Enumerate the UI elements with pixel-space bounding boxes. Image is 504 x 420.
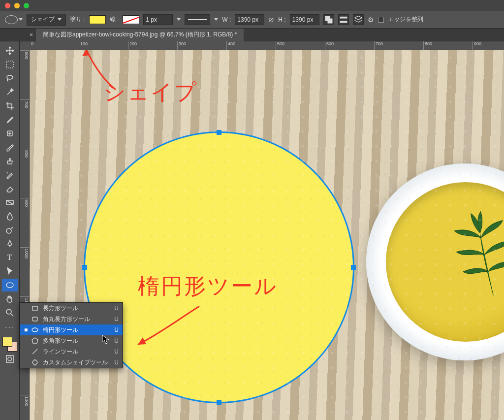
tool-mode-label: シェイプ [31,15,55,24]
path-arrangement-button[interactable] [353,14,364,25]
drawn-ellipse-shape[interactable] [84,131,354,403]
transform-handle-e[interactable] [351,265,356,270]
shape-icon [31,305,39,312]
gear-icon[interactable]: ⚙ [368,16,374,24]
zoom-tool[interactable] [2,306,18,319]
dodge-tool[interactable] [2,224,18,236]
stroke-width-field[interactable]: 1 px [143,14,173,25]
stroke-label: 線 : [110,15,119,24]
transform-handle-s[interactable] [217,400,221,405]
document-tab-bar: × 簡単な図形appetizer-bowl-cooking-5794.jpg @… [0,29,504,41]
tool-preset-picker[interactable] [5,15,23,24]
ruler-tick: 700 [20,99,29,149]
transform-handle-w[interactable] [82,265,87,270]
submenu-shortcut: U [114,359,119,366]
zoom-window-button[interactable] [24,3,29,8]
minimize-window-button[interactable] [14,3,20,8]
align-edges-checkbox[interactable] [378,17,384,23]
ruler-tick: 1000 [20,247,29,296]
clone-stamp-tool[interactable] [2,155,18,167]
foreground-color-swatch[interactable] [2,337,12,347]
history-brush-tool[interactable] [2,168,18,181]
eraser-tool[interactable] [2,182,18,195]
chevron-down-icon [58,18,62,21]
submenu-item-label: カスタムシェイプツール [43,358,110,367]
w-label: W : [222,16,231,23]
fill-label: 塗り : [70,15,85,24]
annotation-ellipse-tool-label: 楕円形ツール [138,272,278,301]
submenu-item[interactable]: 長方形ツールU [20,303,123,314]
tool-mode-select[interactable]: シェイプ [27,14,66,26]
stroke-style-select[interactable] [185,14,210,25]
eyedropper-tool[interactable] [2,113,18,126]
path-alignment-button[interactable] [338,14,349,25]
move-tool[interactable] [2,44,18,57]
ellipse-shape-tool[interactable] [2,279,18,291]
submenu-item[interactable]: カスタムシェイプツールU [20,357,123,368]
healing-brush-tool[interactable] [2,127,18,140]
svg-line-19 [32,349,37,354]
submenu-shortcut: U [114,337,119,344]
link-icon[interactable]: ⊘ [268,16,274,24]
fill-swatch[interactable] [89,15,106,24]
shape-icon [31,316,39,323]
svg-point-10 [6,309,11,314]
blur-tool[interactable] [2,210,18,223]
transform-handle-n[interactable] [217,130,221,135]
document-tab[interactable]: 簡単な図形appetizer-bowl-cooking-5794.jpg @ 6… [36,29,244,41]
close-tab-button[interactable]: × [0,32,36,38]
pen-tool[interactable] [2,237,18,250]
document-title: 簡単な図形appetizer-bowl-cooking-5794.jpg @ 6… [43,31,237,39]
brush-tool[interactable] [2,141,18,154]
svg-marker-18 [32,338,38,343]
submenu-item[interactable]: 角丸長方形ツールU [20,314,123,324]
stroke-swatch[interactable] [123,15,139,24]
ruler-tick: 400 [226,41,276,50]
svg-point-12 [8,357,12,361]
svg-rect-2 [340,16,347,18]
chevron-down-icon[interactable] [177,18,181,21]
color-swatches[interactable] [2,337,17,352]
submenu-item[interactable]: ラインツールU [20,346,123,357]
annotation-shape-label: シェイプ [103,78,198,107]
chevron-down-icon[interactable] [214,18,218,21]
horizontal-ruler[interactable]: 0100200300400500600700800900100011001200… [30,41,504,50]
svg-point-8 [6,228,11,233]
gradient-tool[interactable] [2,196,18,209]
lasso-tool[interactable] [2,72,18,85]
h-label: H : [278,16,285,23]
chevron-down-icon [19,18,23,21]
svg-point-9 [6,283,13,288]
svg-rect-4 [6,61,13,68]
submenu-item-label: 角丸長方形ツール [43,315,110,323]
type-tool[interactable]: T [2,251,18,264]
height-field[interactable]: 1390 px [290,14,319,25]
ruler-tick: 100 [79,41,128,50]
quick-mask-button[interactable] [2,353,18,365]
edit-toolbar-button[interactable]: ··· [2,320,18,333]
marquee-tool[interactable] [2,58,18,71]
active-marker: ■ [24,326,27,333]
svg-rect-16 [32,317,37,321]
ruler-origin[interactable] [20,41,30,50]
annotation-arrow-2 [126,296,214,357]
path-operations-button[interactable] [323,14,334,25]
shape-tool-submenu: 長方形ツールU角丸長方形ツールU■楕円形ツールU多角形ツールUラインツールUカス… [20,302,123,368]
hand-tool[interactable] [2,292,18,305]
align-icon [339,15,348,25]
options-bar: シェイプ 塗り : 線 : 1 px W : 1390 px ⊘ H : 139… [0,11,504,29]
crop-tool[interactable] [2,99,18,112]
width-field[interactable]: 1390 px [235,14,264,25]
bowl-plate-graphic [366,163,504,360]
ruler-tick: 200 [128,41,177,50]
submenu-shortcut: U [114,305,119,312]
bowl-soup-graphic [386,182,504,342]
ruler-tick: 900 [20,198,29,247]
path-selection-tool[interactable] [2,265,18,278]
magic-wand-tool[interactable] [2,86,18,98]
close-window-button[interactable] [5,3,10,8]
submenu-item[interactable]: 多角形ツールU [20,335,123,346]
ruler-tick: 1300 [20,395,29,420]
ellipse-icon [5,15,18,24]
submenu-item[interactable]: ■楕円形ツールU [20,324,123,335]
